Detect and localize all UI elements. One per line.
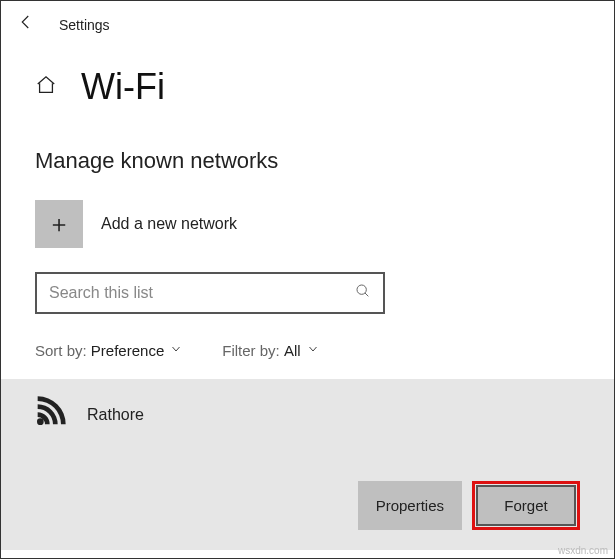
back-icon[interactable] xyxy=(17,13,35,36)
forget-button[interactable]: Forget xyxy=(476,485,576,526)
svg-point-1 xyxy=(37,418,44,425)
subtitle: Manage known networks xyxy=(1,128,614,194)
chevron-down-icon xyxy=(307,343,319,358)
title-row: Wi-Fi xyxy=(1,36,614,128)
home-icon[interactable] xyxy=(35,74,57,100)
search-input[interactable] xyxy=(49,284,355,302)
wifi-icon xyxy=(35,395,67,431)
search-box[interactable] xyxy=(35,272,385,314)
filter-value: All xyxy=(284,342,301,359)
add-button[interactable]: ＋ xyxy=(35,200,83,248)
search-icon[interactable] xyxy=(355,283,371,303)
watermark: wsxdn.com xyxy=(558,545,608,556)
sort-filter-row: Sort by: Preference Filter by: All xyxy=(1,334,614,379)
network-action-row: Properties Forget xyxy=(35,451,580,550)
filter-label: Filter by: xyxy=(222,342,280,359)
sort-value: Preference xyxy=(91,342,164,359)
add-network-row[interactable]: ＋ Add a new network xyxy=(1,194,614,272)
header-label: Settings xyxy=(59,17,110,33)
forget-highlight: Forget xyxy=(472,481,580,530)
svg-point-0 xyxy=(357,285,366,294)
sort-label: Sort by: xyxy=(35,342,87,359)
page-title: Wi-Fi xyxy=(81,66,165,108)
header-bar: Settings xyxy=(1,1,614,36)
network-name: Rathore xyxy=(87,402,144,424)
network-head: Rathore xyxy=(35,395,144,431)
chevron-down-icon xyxy=(170,343,182,358)
sort-by-dropdown[interactable]: Sort by: Preference xyxy=(35,342,182,359)
filter-by-dropdown[interactable]: Filter by: All xyxy=(222,342,318,359)
network-item[interactable]: Rathore Properties Forget xyxy=(1,379,614,550)
add-network-label: Add a new network xyxy=(101,215,237,233)
plus-icon: ＋ xyxy=(47,208,71,240)
properties-button[interactable]: Properties xyxy=(358,481,462,530)
